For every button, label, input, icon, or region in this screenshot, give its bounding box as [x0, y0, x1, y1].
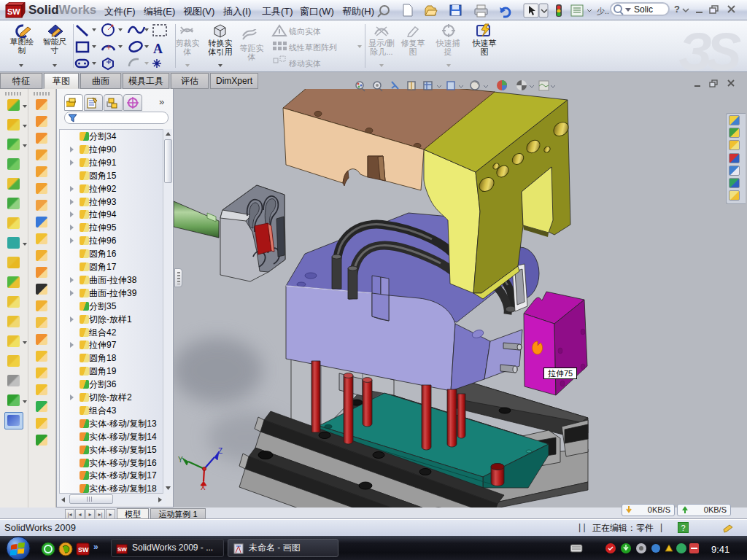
svg-text:SW: SW	[117, 546, 127, 553]
svg-text:少..: 少..	[597, 7, 609, 15]
svg-text:Y: Y	[178, 456, 183, 464]
svg-text:»: »	[93, 542, 98, 552]
svg-text:A: A	[153, 42, 163, 56]
svg-text:SW: SW	[7, 7, 20, 16]
svg-text:SW: SW	[78, 546, 89, 553]
svg-text:Z: Z	[218, 447, 222, 455]
svg-text:X: X	[201, 483, 206, 491]
